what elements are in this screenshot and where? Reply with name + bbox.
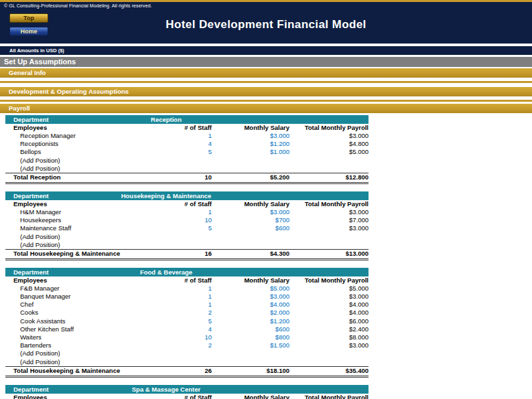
app-header: © GL Consulting-Professional Financial M… (0, 2, 532, 44)
department-rows: H&M Manager 1 $3.000 $3.000 Housekeepers… (5, 208, 369, 249)
employee-label-cell[interactable]: Housekeepers (5, 216, 155, 224)
staff-count-cell[interactable]: 5 (155, 224, 212, 232)
total-payroll-value-cell: $3.000 (289, 132, 369, 140)
salary-cell[interactable]: $5.000 (212, 285, 289, 293)
staff-count-cell[interactable] (155, 233, 212, 241)
staff-count-cell[interactable]: 4 (155, 325, 212, 333)
table-row: (Add Position) (5, 349, 369, 357)
total-payroll-value-cell: $5.000 (289, 148, 369, 156)
total-payroll-value-cell: $6.000 (289, 317, 369, 325)
staff-count-cell[interactable]: 2 (155, 309, 212, 317)
total-payroll-value-cell: $2.400 (289, 325, 369, 333)
staff-count-cell[interactable]: 1 (155, 132, 212, 140)
staff-count-cell[interactable]: 1 (155, 208, 212, 216)
employee-label-cell[interactable]: Waiters (5, 333, 155, 341)
employee-label-cell[interactable]: Chef (5, 301, 155, 309)
table-row: (Add Position) (5, 358, 369, 366)
staff-count-cell[interactable]: 5 (155, 148, 212, 156)
salary-cell[interactable]: $4.000 (212, 301, 289, 309)
salary-cell[interactable]: $600 (212, 224, 289, 232)
employee-label-cell[interactable]: Reception Manager (5, 132, 155, 140)
column-header-row: Employees # of Staff Monthly Salary Tota… (5, 200, 369, 208)
table-row: Other Kitchen Staff 4 $600 $2.400 (5, 325, 369, 333)
employee-label-cell[interactable]: F&B Manager (5, 285, 155, 293)
employee-label-cell[interactable]: (Add Position) (5, 358, 155, 366)
table-row: (Add Position) (5, 157, 369, 165)
salary-cell[interactable]: $1.000 (212, 148, 289, 156)
staff-count-cell[interactable]: 1 (155, 285, 212, 293)
staff-count-cell[interactable] (155, 157, 212, 165)
employee-label-cell[interactable]: (Add Position) (5, 165, 155, 173)
salary-cell[interactable] (212, 165, 289, 173)
table-row: (Add Position) (5, 233, 369, 241)
employee-label-cell[interactable]: Maintenance Staff (5, 224, 155, 232)
staff-count-cell[interactable] (155, 358, 212, 366)
total-payroll-value-cell: $3.000 (289, 341, 369, 349)
staff-count-cell[interactable]: 10 (155, 216, 212, 224)
total-row: Total Housekeeping & Maintenance 26 $18.… (5, 366, 369, 378)
total-payroll-value-cell (289, 165, 369, 173)
total-label: Total Housekeeping & Maintenance (5, 250, 155, 258)
salary-cell[interactable]: $800 (212, 333, 289, 341)
salary-cell[interactable]: $600 (212, 325, 289, 333)
home-button[interactable]: Home (9, 27, 48, 36)
section-band-setup-assumptions[interactable]: Set Up Assumptions (0, 57, 532, 67)
salary-cell[interactable] (212, 241, 289, 249)
employee-label-cell[interactable]: Cook Assistants (5, 317, 155, 325)
staff-count-cell[interactable]: 4 (155, 140, 212, 148)
total-row: Total Housekeeping & Maintenance 16 $4.3… (5, 249, 369, 260)
total-payroll-cell: $13.000 (289, 250, 369, 258)
table-row: H&M Manager 1 $3.000 $3.000 (5, 208, 369, 216)
staff-count-cell[interactable]: 2 (155, 341, 212, 349)
section-band-general-info[interactable]: General Info (0, 68, 532, 78)
salary-cell[interactable] (212, 358, 289, 366)
salary-cell[interactable] (212, 233, 289, 241)
employee-label-cell[interactable]: (Add Position) (5, 233, 155, 241)
salary-cell[interactable]: $1.200 (212, 317, 289, 325)
section-band-dev-operating-assumptions[interactable]: Development & Operating Assumptions (0, 87, 532, 96)
salary-cell[interactable]: $700 (212, 216, 289, 224)
table-row: (Add Position) (5, 241, 369, 249)
total-payroll-cell: $35.400 (289, 367, 369, 375)
employee-label-cell[interactable]: Bellops (5, 148, 155, 156)
employee-label-cell[interactable]: (Add Position) (5, 349, 155, 357)
employee-label-cell[interactable]: H&M Manager (5, 208, 155, 216)
staff-count-cell[interactable]: 10 (155, 333, 212, 341)
salary-cell[interactable]: $3.000 (212, 293, 289, 301)
salary-cell[interactable]: $1.500 (212, 341, 289, 349)
staff-count-cell[interactable] (155, 165, 212, 173)
employee-label-cell[interactable]: Other Kitchen Staff (5, 325, 155, 333)
staff-count-cell[interactable]: 5 (155, 317, 212, 325)
section-band-payroll[interactable]: Payroll (0, 104, 532, 113)
department-name: Food & Beverage (72, 268, 260, 276)
salary-cell[interactable] (212, 157, 289, 165)
staff-count-cell[interactable] (155, 241, 212, 249)
total-payroll-value-cell: $5.000 (289, 285, 369, 293)
department-label: Department (13, 116, 49, 123)
table-row: Waiters 10 $800 $8.000 (5, 333, 369, 341)
salary-cell[interactable]: $2.000 (212, 309, 289, 317)
employee-label-cell[interactable]: Banquet Manager (5, 293, 155, 301)
top-button[interactable]: Top (9, 13, 48, 23)
table-row: F&B Manager 1 $5.000 $5.000 (5, 285, 369, 293)
employee-label-cell[interactable]: (Add Position) (5, 157, 155, 165)
salary-cell[interactable]: $3.000 (212, 132, 289, 140)
staff-count-cell[interactable] (155, 349, 212, 357)
total-row: Total Reception 10 $5.200 $12.800 (5, 173, 369, 184)
col-monthly-salary: Monthly Salary (212, 276, 289, 285)
salary-cell[interactable]: $1.200 (212, 140, 289, 148)
employee-label-cell[interactable]: Bartenders (5, 341, 155, 349)
col-staff: # of Staff (155, 276, 212, 285)
staff-count-cell[interactable]: 1 (155, 293, 212, 301)
total-payroll-value-cell (289, 358, 369, 366)
staff-count-cell[interactable]: 1 (155, 301, 212, 309)
employee-label-cell[interactable]: Cooks (5, 309, 155, 317)
salary-cell[interactable] (212, 349, 289, 357)
department-name: Spa & Massage Center (72, 385, 260, 394)
copyright-text: © GL Consulting-Professional Financial M… (4, 3, 152, 8)
department-header: Department Spa & Massage Center (5, 385, 369, 394)
employee-label-cell[interactable]: (Add Position) (5, 241, 155, 249)
employee-label-cell[interactable]: Receptionists (5, 140, 155, 148)
salary-cell[interactable]: $3.000 (212, 208, 289, 216)
department-header: Department Housekeeping & Maintenance (5, 191, 369, 200)
